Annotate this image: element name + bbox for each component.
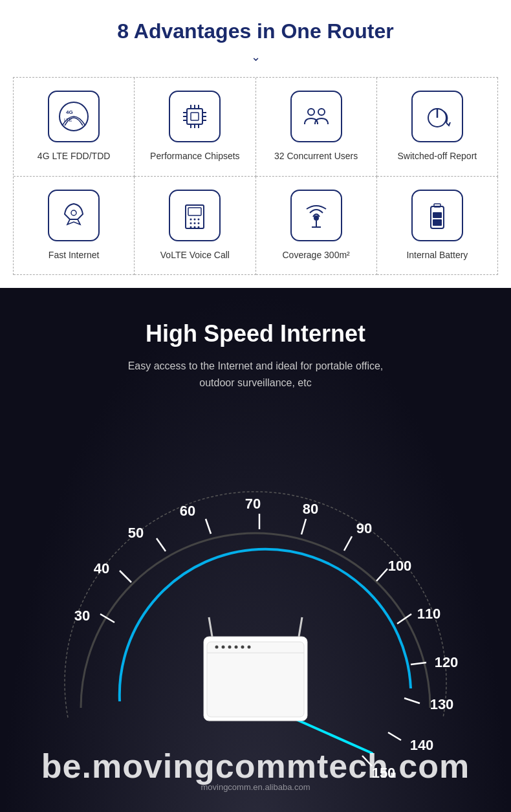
speed-subtitle: Easy access to the Internet and ideal fo…	[128, 358, 384, 391]
grid-label-power: Switched-off Report	[398, 150, 477, 163]
speed-section: High Speed Internet Easy access to the I…	[0, 288, 511, 812]
svg-rect-4	[191, 113, 199, 120]
svg-rect-25	[188, 208, 201, 215]
svg-point-30	[194, 222, 196, 224]
svg-rect-40	[433, 219, 442, 226]
svg-text:40: 40	[94, 560, 109, 576]
chevron-down-icon: ⌄	[13, 50, 498, 64]
svg-point-82	[215, 646, 219, 649]
svg-text:130: 130	[430, 696, 454, 712]
power-icon	[422, 101, 453, 132]
svg-point-83	[222, 646, 225, 649]
grid-item-battery: Internal Battery	[377, 177, 498, 276]
svg-point-29	[190, 222, 192, 224]
svg-text:100: 100	[388, 558, 412, 574]
grid-label-phone: VoLTE Voice Call	[160, 249, 230, 262]
speedometer: 30 40 50 60 70 80	[29, 404, 482, 792]
svg-rect-41	[433, 212, 442, 218]
users-icon-box	[290, 91, 342, 142]
advantages-title: 8 Advantages in One Router	[13, 19, 498, 43]
svg-text:60: 60	[180, 503, 195, 519]
svg-point-31	[198, 222, 200, 224]
advantages-grid: 4G LTE 4G LTE FDD/TDD	[13, 77, 498, 275]
svg-point-85	[235, 646, 238, 649]
svg-point-28	[198, 218, 200, 220]
svg-point-17	[308, 109, 314, 115]
grid-item-4g: 4G LTE 4G LTE FDD/TDD	[14, 78, 135, 177]
svg-text:4G: 4G	[66, 109, 73, 115]
grid-item-rocket: Fast Internet	[14, 177, 135, 276]
svg-point-35	[314, 215, 319, 221]
svg-point-84	[228, 646, 232, 649]
grid-label-chipset: Performance Chipsets	[150, 150, 240, 163]
svg-point-87	[248, 646, 251, 649]
power-icon-box	[411, 91, 463, 142]
grid-item-power: Switched-off Report	[377, 78, 498, 177]
advantages-section: 8 Advantages in One Router ⌄ 4G LTE 4G L…	[0, 0, 511, 288]
svg-point-32	[190, 226, 192, 228]
svg-point-33	[194, 226, 196, 228]
grid-item-chipset: Performance Chipsets	[135, 78, 256, 177]
svg-text:120: 120	[435, 654, 459, 670]
coverage-icon	[301, 200, 332, 231]
speedometer-svg: 30 40 50 60 70 80	[29, 404, 482, 792]
svg-point-18	[318, 109, 325, 115]
svg-rect-42	[29, 410, 482, 785]
svg-point-27	[194, 218, 196, 220]
svg-point-26	[190, 218, 192, 220]
svg-point-34	[198, 226, 200, 228]
svg-text:50: 50	[128, 525, 144, 541]
battery-icon	[422, 200, 453, 231]
4g-icon: 4G LTE	[58, 101, 89, 132]
rocket-icon	[58, 200, 89, 231]
grid-label-users: 32 Concurrent Users	[274, 150, 358, 163]
grid-label-battery: Internal Battery	[406, 249, 468, 262]
phone-icon	[179, 200, 210, 231]
battery-icon-box	[411, 190, 463, 241]
svg-text:30: 30	[74, 608, 90, 624]
watermark-text: be.movingcommtech.com	[29, 747, 482, 785]
grid-item-coverage: Coverage 300m²	[256, 177, 377, 276]
users-icon	[301, 101, 332, 132]
grid-label-coverage: Coverage 300m²	[282, 249, 349, 262]
speed-content: High Speed Internet Easy access to the I…	[0, 288, 511, 792]
speed-title: High Speed Internet	[146, 320, 365, 347]
grid-item-users: 32 Concurrent Users	[256, 78, 377, 177]
svg-rect-3	[187, 109, 202, 124]
svg-point-86	[241, 646, 245, 649]
coverage-icon-box	[290, 190, 342, 241]
grid-label-rocket: Fast Internet	[49, 249, 100, 262]
svg-text:110: 110	[417, 606, 441, 622]
svg-point-21	[71, 210, 76, 215]
rocket-icon-box	[48, 190, 100, 241]
svg-rect-39	[434, 204, 440, 207]
svg-text:90: 90	[356, 520, 372, 536]
chipset-icon-box	[169, 91, 221, 142]
4g-icon-box: 4G LTE	[48, 91, 100, 142]
grid-label-4g: 4G LTE FDD/TDD	[38, 150, 111, 163]
svg-text:70: 70	[245, 496, 261, 512]
phone-icon-box	[169, 190, 221, 241]
svg-text:80: 80	[303, 501, 318, 517]
grid-item-phone: VoLTE Voice Call	[135, 177, 256, 276]
chip-icon	[179, 101, 210, 132]
watermark-small-text: movingcomm.en.alibaba.com	[29, 782, 482, 792]
